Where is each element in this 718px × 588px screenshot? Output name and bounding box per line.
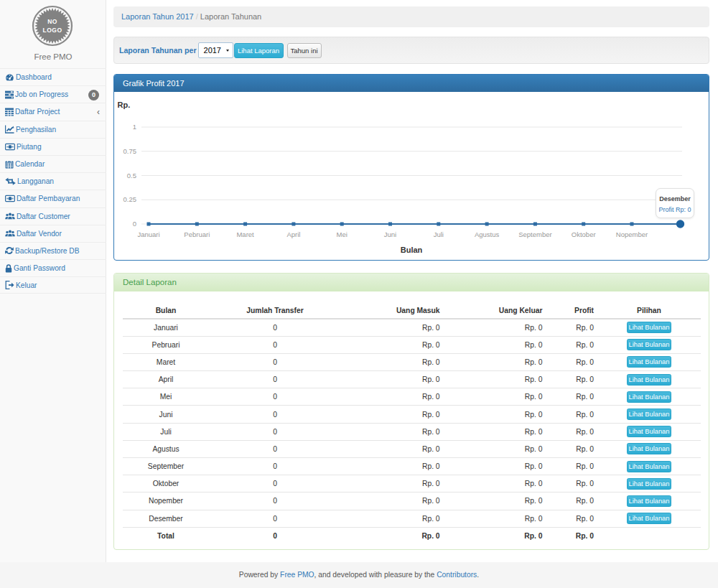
svg-text:Agustus: Agustus <box>475 230 500 238</box>
svg-text:0.5: 0.5 <box>127 172 136 179</box>
svg-text:0.25: 0.25 <box>123 195 137 203</box>
svg-text:LOGO: LOGO <box>42 27 62 34</box>
svg-text:Bulan: Bulan <box>401 246 423 254</box>
svg-text:0.75: 0.75 <box>123 147 137 155</box>
svg-text:Rp.: Rp. <box>118 101 131 109</box>
svg-text:Pebruari: Pebruari <box>184 230 210 238</box>
svg-text:Mei: Mei <box>337 230 348 238</box>
svg-text:1: 1 <box>133 123 136 131</box>
svg-text:April: April <box>286 230 300 238</box>
svg-text:Nopember: Nopember <box>616 230 648 238</box>
svg-text:Januari: Januari <box>137 230 159 238</box>
svg-text:September: September <box>518 230 551 238</box>
svg-text:NO: NO <box>47 18 57 25</box>
svg-text:Oktober: Oktober <box>572 230 596 238</box>
svg-text:Juli: Juli <box>434 230 444 238</box>
svg-text:Maret: Maret <box>236 230 254 238</box>
svg-text:Juni: Juni <box>384 230 396 238</box>
svg-text:0: 0 <box>133 220 136 228</box>
